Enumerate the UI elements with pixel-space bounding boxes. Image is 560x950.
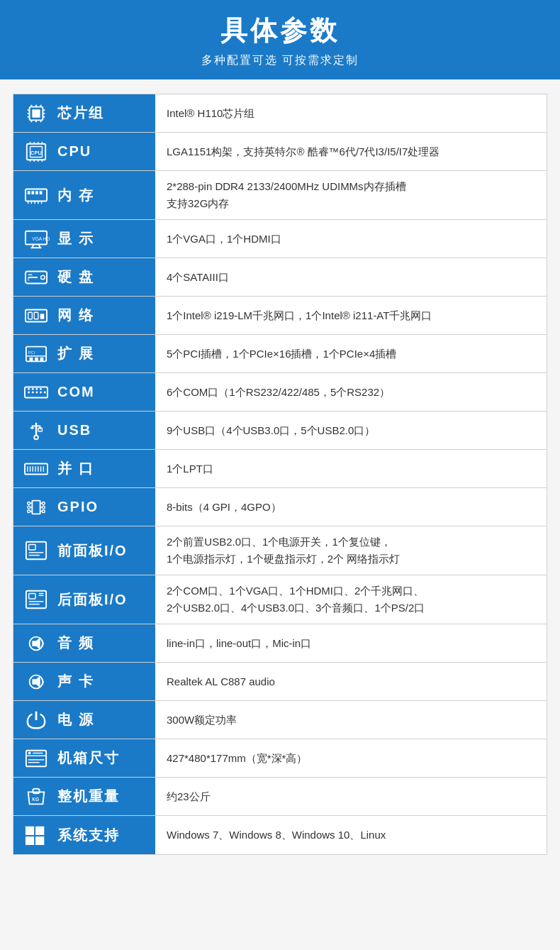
svg-point-82 <box>28 502 30 504</box>
svg-rect-27 <box>31 191 34 194</box>
chip-icon <box>22 101 50 126</box>
spec-row-parallel: 并 口1个LPT口 <box>13 450 547 488</box>
svg-text:PCI: PCI <box>28 350 35 355</box>
spec-value-front_io: 2个前置USB2.0口、1个电源开关，1个复位键，1个电源指示灯，1个硬盘指示灯… <box>155 526 547 575</box>
os-icon <box>22 823 50 847</box>
svg-point-110 <box>28 751 31 754</box>
spec-value-com: 6个COM口（1个RS232/422/485，5个RS232） <box>155 373 547 411</box>
spec-row-expand: PCI 扩 展5个PCI插槽，1个PCIe×16插槽，1个PCIe×4插槽 <box>13 335 547 373</box>
spec-label-front_io: 前面板I/O <box>13 526 155 575</box>
svg-rect-117 <box>35 827 44 835</box>
spec-label-text-network: 网 络 <box>57 306 94 325</box>
spec-row-chipset: 芯片组Intel® H110芯片组 <box>13 94 547 133</box>
spec-row-weight: KG 整机重量约23公斤 <box>13 778 547 816</box>
spec-label-usb: USB <box>13 412 155 449</box>
spec-value-os: Windows 7、Windows 8、Windows 10、Linux <box>155 816 547 854</box>
spec-label-cpu: CPU CPU <box>13 133 155 170</box>
svg-point-72 <box>34 435 38 439</box>
svg-rect-48 <box>34 312 38 319</box>
spec-label-text-cpu: CPU <box>57 143 91 160</box>
parallel-icon <box>22 457 50 481</box>
spec-value-hdd: 4个SATAIII口 <box>155 258 547 296</box>
svg-rect-118 <box>26 836 34 845</box>
svg-rect-53 <box>35 357 38 361</box>
svg-point-62 <box>28 387 30 390</box>
spec-row-network: 网 络1个Intel® i219-LM千兆网口，1个Intel® i211-AT… <box>13 297 547 335</box>
svg-point-87 <box>42 509 45 512</box>
soundcard-icon <box>22 670 50 694</box>
svg-rect-25 <box>26 189 47 201</box>
svg-point-57 <box>28 391 30 393</box>
spec-row-hdd: 9 硬 盘4个SATAIII口 <box>13 258 547 297</box>
spec-label-power: 电 源 <box>13 701 155 739</box>
svg-text:KG: KG <box>32 796 39 801</box>
svg-point-42 <box>41 275 45 280</box>
spec-label-audio: 音 频 <box>13 624 155 662</box>
spec-row-front_io: 前面板I/O2个前置USB2.0口、1个电源开关，1个复位键，1个电源指示灯，1… <box>13 526 547 575</box>
svg-text:CPU: CPU <box>30 149 42 155</box>
spec-label-text-ram: 内 存 <box>57 186 94 205</box>
spec-label-text-audio: 音 频 <box>57 634 94 653</box>
svg-rect-28 <box>35 191 38 194</box>
spec-value-network: 1个Intel® i219-LM千兆网口，1个Intel® i211-AT千兆网… <box>155 297 547 334</box>
spec-value-audio: line-in口，line-out口，Mic-in口 <box>155 624 547 662</box>
spec-label-gpio: GPIO <box>13 488 155 526</box>
spec-label-text-display: 显 示 <box>57 229 94 248</box>
spec-label-text-power: 电 源 <box>57 710 94 729</box>
spec-label-chipset: 芯片组 <box>13 94 155 132</box>
svg-point-58 <box>32 391 34 393</box>
svg-rect-95 <box>29 545 35 551</box>
spec-label-text-expand: 扩 展 <box>57 344 94 363</box>
spec-label-text-rear_io: 后面板I/O <box>57 590 128 609</box>
spec-value-line: 2个前置USB2.0口、1个电源开关，1个复位键， <box>167 534 400 551</box>
weight-icon: KG <box>22 785 50 809</box>
spec-row-usb: USB9个USB口（4个USB3.0口，5个USB2.0口） <box>13 412 547 450</box>
svg-rect-29 <box>40 191 43 194</box>
svg-point-59 <box>36 391 38 393</box>
spec-value-parallel: 1个LPT口 <box>155 450 547 487</box>
svg-point-64 <box>36 387 38 390</box>
spec-row-ram: 内 存2*288-pin DDR4 2133/2400MHz UDIMMs内存插… <box>13 171 547 220</box>
page-subtitle: 多种配置可选 可按需求定制 <box>7 53 553 68</box>
page-title: 具体参数 <box>7 13 553 49</box>
ram-icon <box>22 183 50 207</box>
svg-point-86 <box>42 506 45 509</box>
svg-point-60 <box>40 391 42 393</box>
svg-marker-105 <box>32 637 40 649</box>
spec-label-weight: KG 整机重量 <box>13 778 155 815</box>
spec-value-expand: 5个PCI插槽，1个PCIe×16插槽，1个PCIe×4插槽 <box>155 335 547 372</box>
svg-point-61 <box>44 391 46 393</box>
spec-label-soundcard: 声 卡 <box>13 663 155 700</box>
svg-point-84 <box>28 509 30 512</box>
svg-text:9: 9 <box>28 277 30 281</box>
svg-rect-47 <box>28 312 33 319</box>
spec-label-hdd: 9 硬 盘 <box>13 258 155 296</box>
spec-value-line: 2*288-pin DDR4 2133/2400MHz UDIMMs内存插槽 <box>167 178 406 195</box>
spec-label-network: 网 络 <box>13 297 155 334</box>
spec-value-gpio: 8-bits（4 GPI，4GPO） <box>155 488 547 526</box>
spec-row-audio: 音 频line-in口，line-out口，Mic-in口 <box>13 624 547 663</box>
cpu-icon: CPU <box>22 140 50 164</box>
front-icon <box>22 538 50 563</box>
expand-icon: PCI <box>22 342 50 366</box>
spec-row-cpu: CPU CPULGA1151构架，支持英特尔® 酷睿™6代/7代I3/I5/I7… <box>13 133 547 171</box>
spec-value-case_size: 427*480*177mm（宽*深*高） <box>155 739 547 777</box>
svg-text:VGA HDMI: VGA HDMI <box>32 236 50 241</box>
spec-label-display: VGA HDMI 显 示 <box>13 220 155 258</box>
spec-label-text-usb: USB <box>57 422 91 438</box>
svg-rect-70 <box>38 428 43 431</box>
spec-label-expand: PCI 扩 展 <box>13 335 155 372</box>
spec-label-text-parallel: 并 口 <box>57 459 94 478</box>
spec-value-ram: 2*288-pin DDR4 2133/2400MHz UDIMMs内存插槽支持… <box>155 171 547 219</box>
gpio-icon <box>22 495 50 519</box>
spec-value-line: 2个USB2.0口、4个USB3.0口、3个音频口、1个PS/2口 <box>167 600 425 617</box>
spec-row-case_size: 机箱尺寸427*480*177mm（宽*深*高） <box>13 739 547 778</box>
svg-marker-107 <box>32 675 40 687</box>
rear-icon <box>22 587 50 612</box>
display-icon: VGA HDMI <box>22 227 50 251</box>
spec-value-rear_io: 2个COM口、1个VGA口、1个HDMI口、2个千兆网口、2个USB2.0口、4… <box>155 575 547 624</box>
hdd-icon: 9 <box>22 265 50 289</box>
spec-value-line: 2个COM口、1个VGA口、1个HDMI口、2个千兆网口、 <box>167 582 425 600</box>
spec-label-os: 系统支持 <box>13 816 155 854</box>
spec-label-case_size: 机箱尺寸 <box>13 739 155 777</box>
